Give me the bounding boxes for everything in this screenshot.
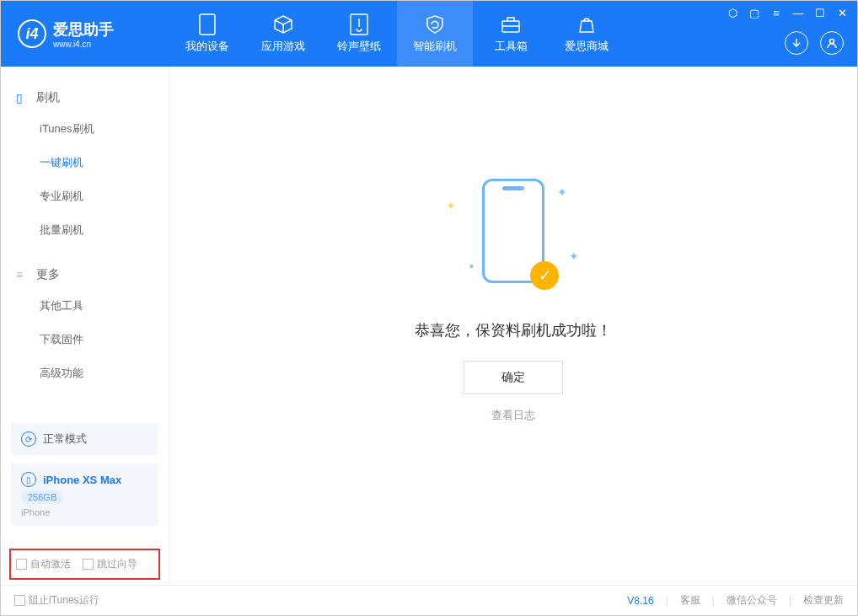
sparkle-icon: •	[469, 260, 474, 273]
sparkle-icon: ✦	[569, 249, 579, 263]
phone-icon: ▯	[16, 91, 28, 104]
logo-icon: i4	[18, 19, 46, 48]
sidebar-item-itunes-flash[interactable]: iTunes刷机	[1, 112, 169, 146]
nav-ringtones[interactable]: 铃声壁纸	[321, 1, 397, 67]
sidebar-item-batch-flash[interactable]: 批量刷机	[1, 213, 169, 247]
sidebar-item-other-tools[interactable]: 其他工具	[1, 289, 169, 323]
footer-link-wechat[interactable]: 微信公众号	[727, 593, 777, 608]
music-icon	[348, 13, 370, 35]
logo-title: 爱思助手	[53, 19, 114, 40]
checkbox-icon	[83, 559, 94, 570]
sparkle-icon: ✦	[557, 185, 567, 199]
version-label: V8.16	[627, 595, 653, 607]
sidebar-item-advanced[interactable]: 高级功能	[1, 356, 169, 390]
sidebar-section-flash: ▯ 刷机	[1, 83, 169, 112]
header: i4 爱思助手 www.i4.cn 我的设备 应用游戏 铃声壁纸 智能刷机 工具…	[1, 1, 857, 67]
window-controls: ⬡ ▢ ≡ — ☐ ✕	[726, 6, 849, 19]
footer-link-update[interactable]: 检查更新	[803, 593, 844, 608]
device-icon	[196, 13, 218, 35]
close-button[interactable]: ✕	[835, 6, 849, 19]
menu-icon[interactable]: ≡	[770, 6, 783, 19]
cube-icon	[272, 13, 294, 35]
footer-link-support[interactable]: 客服	[680, 593, 700, 608]
sidebar: ▯ 刷机 iTunes刷机 一键刷机 专业刷机 批量刷机 ≡ 更多 其他工具 下…	[1, 67, 169, 585]
logo-url: www.i4.cn	[53, 40, 114, 49]
checkbox-icon	[14, 595, 25, 606]
nav-store[interactable]: 爱思商城	[549, 1, 625, 67]
success-illustration: ✓ ✦ ✦ ✦ •	[437, 179, 589, 297]
minimize-button[interactable]: —	[791, 6, 805, 19]
block-itunes-checkbox[interactable]: 阻止iTunes运行	[14, 593, 99, 608]
sidebar-item-download-firmware[interactable]: 下载固件	[1, 323, 169, 356]
check-badge-icon: ✓	[530, 261, 559, 290]
sidebar-item-pro-flash[interactable]: 专业刷机	[1, 179, 169, 213]
svg-rect-0	[200, 14, 215, 35]
nav-toolbox[interactable]: 工具箱	[473, 1, 549, 67]
refresh-shield-icon	[424, 13, 446, 35]
ok-button[interactable]: 确定	[464, 361, 563, 394]
device-phone-icon: ▯	[21, 472, 36, 487]
checkbox-icon	[16, 559, 27, 570]
maximize-button[interactable]: ☐	[813, 6, 827, 19]
skip-guide-checkbox[interactable]: 跳过向导	[83, 557, 137, 571]
footer: 阻止iTunes运行 V8.16 | 客服 | 微信公众号 | 检查更新	[1, 585, 857, 615]
logo: i4 爱思助手 www.i4.cn	[1, 19, 169, 49]
header-right	[785, 31, 844, 55]
svg-point-3	[830, 40, 834, 44]
store-icon	[576, 13, 598, 35]
user-button[interactable]	[820, 31, 844, 55]
main-content: ✓ ✦ ✦ ✦ • 恭喜您，保资料刷机成功啦！ 确定 查看日志	[169, 67, 857, 585]
main-nav: 我的设备 应用游戏 铃声壁纸 智能刷机 工具箱 爱思商城	[169, 1, 625, 67]
nav-apps[interactable]: 应用游戏	[245, 1, 321, 67]
toolbox-icon	[500, 13, 522, 35]
lock-icon[interactable]: ▢	[748, 6, 761, 19]
mode-icon: ⟳	[21, 431, 36, 447]
nav-my-device[interactable]: 我的设备	[169, 1, 245, 67]
sidebar-section-more: ≡ 更多	[1, 260, 169, 289]
list-icon: ≡	[16, 268, 28, 281]
sparkle-icon: ✦	[446, 199, 456, 212]
device-box[interactable]: ▯ iPhone XS Max 256GB iPhone	[11, 463, 158, 526]
auto-activate-checkbox[interactable]: 自动激活	[16, 557, 71, 571]
view-log-link[interactable]: 查看日志	[491, 408, 535, 423]
mode-box[interactable]: ⟳ 正常模式	[11, 423, 158, 455]
body: ▯ 刷机 iTunes刷机 一键刷机 专业刷机 批量刷机 ≡ 更多 其他工具 下…	[1, 67, 857, 585]
success-message: 恭喜您，保资料刷机成功啦！	[415, 320, 612, 340]
bottom-options-highlight: 自动激活 跳过向导	[9, 549, 160, 580]
nav-flash[interactable]: 智能刷机	[397, 1, 473, 67]
sidebar-item-oneclick-flash[interactable]: 一键刷机	[1, 146, 169, 179]
shirt-icon[interactable]: ⬡	[726, 6, 739, 19]
download-button[interactable]	[785, 31, 808, 55]
